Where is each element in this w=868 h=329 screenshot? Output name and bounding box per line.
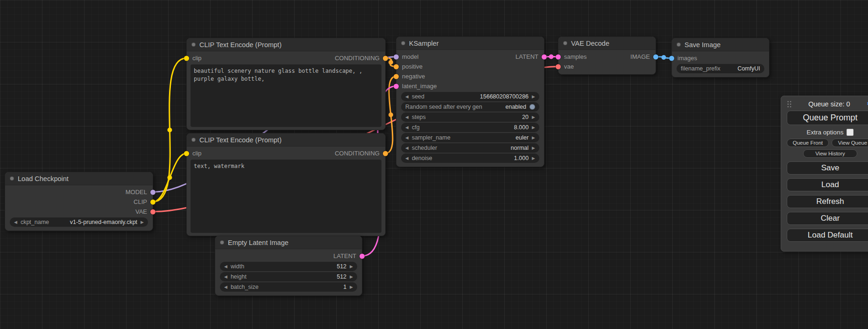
- scheduler-widget[interactable]: ◀ scheduler normal ▶: [401, 143, 539, 153]
- link-wire[interactable]: [153, 154, 187, 202]
- increment-arrow-icon[interactable]: ▶: [532, 146, 535, 150]
- view-history-button[interactable]: View History: [803, 149, 857, 158]
- latent-image-input-port[interactable]: [394, 84, 399, 89]
- conditioning-output-port[interactable]: [383, 56, 388, 61]
- widget-label: batch_size: [231, 284, 259, 290]
- link-midpoint-dot[interactable]: [662, 55, 666, 60]
- clip-output-port[interactable]: [150, 199, 155, 204]
- image-output-port[interactable]: [653, 54, 658, 59]
- decrement-arrow-icon[interactable]: ◀: [405, 126, 409, 130]
- node-save-image[interactable]: Save Image images filename_prefix ComfyU…: [671, 38, 769, 77]
- load-button[interactable]: Load: [787, 178, 868, 191]
- node-title-bar[interactable]: Empty Latent Image: [215, 236, 362, 249]
- decrement-arrow-icon[interactable]: ◀: [405, 136, 409, 140]
- cfg-widget[interactable]: ◀ cfg 8.000 ▶: [401, 123, 539, 132]
- load-default-button[interactable]: Load Default: [787, 229, 868, 242]
- node-collapse-dot[interactable]: [191, 42, 196, 47]
- node-clip-text-encode-negative[interactable]: CLIP Text Encode (Prompt) clip CONDITION…: [186, 133, 386, 236]
- increment-arrow-icon[interactable]: ▶: [532, 95, 535, 99]
- positive-input-port[interactable]: [394, 64, 399, 69]
- slot-label: LATENT: [515, 53, 538, 60]
- increment-arrow-icon[interactable]: ▶: [532, 156, 535, 161]
- node-graph-canvas[interactable]: Load Checkpoint MODEL CLIP VAE ◀ ckpt_na…: [0, 0, 868, 329]
- decrement-arrow-icon[interactable]: ◀: [405, 156, 409, 161]
- negative-input-port[interactable]: [394, 74, 399, 79]
- increment-arrow-icon[interactable]: ▶: [532, 136, 535, 140]
- node-collapse-dot[interactable]: [191, 138, 196, 142]
- extra-options-checkbox[interactable]: [847, 129, 854, 136]
- increment-arrow-icon[interactable]: ▶: [141, 220, 144, 224]
- node-title-bar[interactable]: Save Image: [672, 38, 769, 51]
- node-title-bar[interactable]: VAE Decode: [558, 37, 656, 50]
- node-collapse-dot[interactable]: [10, 176, 14, 181]
- node-collapse-dot[interactable]: [677, 42, 681, 47]
- refresh-button[interactable]: Refresh: [787, 195, 868, 208]
- node-title-bar[interactable]: Load Checkpoint: [5, 172, 153, 185]
- increment-arrow-icon[interactable]: ▶: [532, 126, 535, 130]
- ckpt-name-widget[interactable]: ◀ ckpt_name v1-5-pruned-emaonly.ckpt ▶: [10, 217, 148, 227]
- model-output-port[interactable]: [150, 189, 155, 195]
- node-title-bar[interactable]: CLIP Text Encode (Prompt): [187, 133, 385, 147]
- link-wire[interactable]: [153, 58, 187, 202]
- menu-drag-handle[interactable]: [787, 100, 792, 107]
- clear-button[interactable]: Clear: [787, 212, 868, 225]
- node-title: KSampler: [409, 40, 439, 47]
- latent-output-port[interactable]: [360, 253, 365, 259]
- steps-widget[interactable]: ◀ steps 20 ▶: [401, 112, 539, 122]
- height-widget[interactable]: ◀ height 512 ▶: [220, 272, 357, 281]
- seed-widget[interactable]: ◀ seed 156680208700286 ▶: [401, 92, 539, 101]
- history-buttons-row: View History: [787, 149, 868, 158]
- node-ksampler[interactable]: KSampler model LATENT positive negative …: [396, 36, 544, 167]
- latent-output-port[interactable]: [542, 54, 547, 59]
- link-midpoint-dot[interactable]: [388, 60, 393, 65]
- node-vae-decode[interactable]: VAE Decode samples IMAGE vae: [558, 36, 656, 75]
- node-clip-text-encode-positive[interactable]: CLIP Text Encode (Prompt) clip CONDITION…: [186, 38, 386, 130]
- increment-arrow-icon[interactable]: ▶: [350, 275, 353, 279]
- decrement-arrow-icon[interactable]: ◀: [405, 115, 409, 119]
- clip-input-port[interactable]: [184, 56, 189, 61]
- clip-input-port[interactable]: [184, 151, 189, 156]
- decrement-arrow-icon[interactable]: ◀: [224, 285, 227, 289]
- link-midpoint-dot[interactable]: [168, 175, 172, 180]
- increment-arrow-icon[interactable]: ▶: [532, 115, 535, 119]
- node-load-checkpoint[interactable]: Load Checkpoint MODEL CLIP VAE ◀ ckpt_na…: [5, 172, 153, 231]
- denoise-widget[interactable]: ◀ denoise 1.000 ▶: [401, 154, 539, 163]
- node-collapse-dot[interactable]: [401, 41, 405, 45]
- node-title: Load Checkpoint: [18, 175, 69, 182]
- vae-output-port[interactable]: [150, 209, 155, 214]
- link-midpoint-dot[interactable]: [168, 128, 172, 133]
- queue-prompt-button[interactable]: Queue Prompt: [787, 111, 868, 125]
- random-seed-toggle-widget[interactable]: Random seed after every gen enabled: [401, 102, 539, 112]
- queue-size-label: Queue size: 0: [792, 100, 867, 108]
- width-widget[interactable]: ◀ width 512 ▶: [220, 262, 357, 271]
- view-queue-button[interactable]: View Queue: [832, 139, 868, 147]
- decrement-arrow-icon[interactable]: ◀: [405, 146, 409, 150]
- decrement-arrow-icon[interactable]: ◀: [14, 220, 17, 224]
- model-input-port[interactable]: [394, 54, 399, 59]
- node-title-bar[interactable]: KSampler: [396, 37, 544, 50]
- decrement-arrow-icon[interactable]: ◀: [405, 95, 409, 99]
- save-button[interactable]: Save: [787, 161, 868, 175]
- node-collapse-dot[interactable]: [220, 240, 224, 245]
- slot-label: negative: [402, 73, 425, 80]
- link-midpoint-dot[interactable]: [388, 112, 393, 117]
- node-empty-latent-image[interactable]: Empty Latent Image LATENT ◀ width 512 ▶ …: [215, 236, 362, 296]
- decrement-arrow-icon[interactable]: ◀: [224, 275, 227, 279]
- batch-size-widget[interactable]: ◀ batch_size 1 ▶: [220, 282, 357, 292]
- vae-input-port[interactable]: [556, 64, 561, 69]
- increment-arrow-icon[interactable]: ▶: [350, 285, 353, 289]
- images-input-port[interactable]: [669, 56, 674, 61]
- queue-front-button[interactable]: Queue Front: [787, 139, 829, 147]
- samples-input-port[interactable]: [556, 54, 561, 59]
- sampler-name-widget[interactable]: ◀ sampler_name euler ▶: [401, 133, 539, 142]
- increment-arrow-icon[interactable]: ▶: [350, 265, 353, 269]
- decrement-arrow-icon[interactable]: ◀: [224, 265, 227, 269]
- node-collapse-dot[interactable]: [563, 41, 567, 45]
- node-title-bar[interactable]: CLIP Text Encode (Prompt): [187, 38, 385, 51]
- prompt-textarea[interactable]: beautiful scenery nature glass bottle la…: [191, 64, 381, 127]
- toggle-knob[interactable]: [529, 104, 535, 110]
- link-midpoint-dot[interactable]: [549, 55, 554, 59]
- prompt-textarea[interactable]: text, watermark: [191, 160, 381, 233]
- filename-prefix-widget[interactable]: filename_prefix ComfyUI: [677, 64, 764, 73]
- conditioning-output-port[interactable]: [383, 151, 388, 156]
